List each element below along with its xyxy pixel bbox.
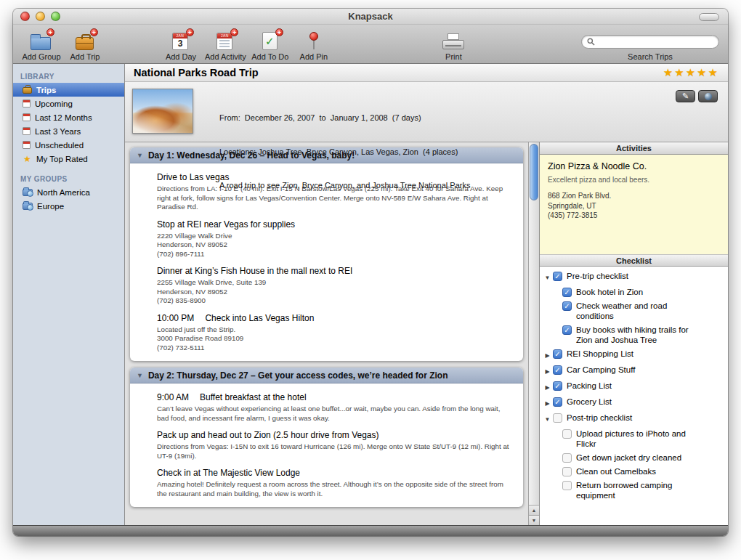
scrollbar-thumb[interactable] xyxy=(530,144,538,200)
disclosure-triangle-icon[interactable]: ▶ xyxy=(543,397,552,409)
activity-item[interactable]: Pack up and head out to Zion (2.5 hour d… xyxy=(157,430,510,460)
add-activity-button[interactable]: JAN Add Activity xyxy=(205,30,246,61)
day-body: 9:00 AMBuffet breakfast at the hotel Can… xyxy=(130,384,523,507)
checkbox[interactable] xyxy=(562,429,572,439)
add-day-button[interactable]: JAN3 Add Day xyxy=(161,30,201,61)
activity-item[interactable]: Dinner at King’s Fish House in the mall … xyxy=(157,266,510,306)
sidebar-item-last-3-years[interactable]: Last 3 Years xyxy=(13,124,124,138)
map-pin-icon xyxy=(301,30,327,52)
zoom-button[interactable] xyxy=(51,12,60,21)
disclosure-triangle-icon[interactable]: ▶ xyxy=(543,349,552,361)
sidebar-item-label: Unscheduled xyxy=(35,141,84,150)
window-controls xyxy=(20,12,60,21)
checkbox[interactable]: ✓ xyxy=(562,325,572,335)
checklist-item: ✓ Buy books with hiking trails for Zion … xyxy=(543,325,724,345)
checklist-group: ▶ ✓ Grocery List xyxy=(543,397,724,409)
search-input[interactable] xyxy=(599,38,713,46)
sidebar-item-north-america[interactable]: North America xyxy=(13,185,124,199)
activity-time: 10:00 PM xyxy=(157,313,194,323)
day-header[interactable]: ▼ Day 2: Thursday, Dec 27 – Get your acc… xyxy=(130,368,523,384)
sidebar-item-upcoming[interactable]: Upcoming xyxy=(13,97,124,110)
checkbox[interactable]: ✓ xyxy=(562,301,572,311)
checkbox[interactable] xyxy=(562,467,572,476)
checklist-label: Get down jacket dry cleaned xyxy=(576,453,681,463)
scroll-up-button[interactable]: ▲ xyxy=(529,505,539,515)
itinerary-scrollbar[interactable]: ▲ ▼ xyxy=(528,142,539,525)
print-label: Print xyxy=(445,52,462,61)
library-header: LIBRARY xyxy=(13,70,124,83)
activity-note: Directions from Vegas: I-15N to exit 16 … xyxy=(157,442,510,460)
scrollbar-arrows: ▲ ▼ xyxy=(529,505,539,525)
checklist-label: REI Shopping List xyxy=(567,349,633,359)
scroll-down-button[interactable]: ▼ xyxy=(529,515,539,525)
add-pin-button[interactable]: Add Pin xyxy=(294,30,333,61)
checkbox[interactable]: ✓ xyxy=(553,349,562,359)
activity-place-name[interactable]: Zion Pizza & Noodle Co. xyxy=(548,161,720,171)
checkbox[interactable] xyxy=(562,453,572,463)
activities-panel: Zion Pizza & Noodle Co. Excellent pizza … xyxy=(540,155,728,254)
map-view-button[interactable] xyxy=(698,90,718,102)
add-trip-button[interactable]: Add Trip xyxy=(65,30,105,61)
checklist-label: Book hotel in Zion xyxy=(576,287,643,297)
calendar-icon xyxy=(23,113,31,121)
activity-note: Can’t leave Vegas without experiencing a… xyxy=(157,405,510,423)
activity-title: 9:00 AMBuffet breakfast at the hotel xyxy=(157,392,510,402)
search-area: Search Trips xyxy=(581,35,719,61)
checkbox[interactable] xyxy=(562,481,572,490)
print-button[interactable]: Print xyxy=(434,30,473,61)
activity-item[interactable]: Stop at REI near Vegas for supplies 2220… xyxy=(157,219,510,259)
disclosure-triangle-icon[interactable]: ▶ xyxy=(543,365,552,377)
desktop: Knapsack Add Group Add Trip JAN3 Add Day xyxy=(0,0,741,560)
title-bar[interactable]: Knapsack xyxy=(13,9,728,25)
activity-note: 2220 Village Walk Drive Henderson, NV 89… xyxy=(157,232,510,259)
suitcase-icon xyxy=(72,30,98,52)
disclosure-triangle-icon[interactable]: ▼ xyxy=(543,271,552,283)
checkbox[interactable]: ✓ xyxy=(553,272,562,281)
group-folder-icon xyxy=(23,203,33,210)
activity-place-address: 868 Zion Park Blvd. xyxy=(548,191,720,201)
add-todo-button[interactable]: ✓ Add To Do xyxy=(251,30,290,61)
disclosure-triangle-icon[interactable]: ▼ xyxy=(543,413,552,425)
trip-description: A road trip to see Zion, Bryce Canyon, a… xyxy=(219,180,470,192)
disclosure-triangle-icon[interactable]: ▶ xyxy=(543,381,552,393)
close-button[interactable] xyxy=(20,12,30,21)
checklist-item: Return borrowed camping equipment xyxy=(543,480,724,500)
search-field[interactable] xyxy=(581,35,719,49)
checklist-item: Clean out Camelbaks xyxy=(543,466,724,476)
checkbox[interactable]: ✓ xyxy=(562,288,572,297)
right-panel: Activities Zion Pizza & Noodle Co. Excel… xyxy=(539,142,728,525)
sidebar-item-my-top-rated[interactable]: ★ My Top Rated xyxy=(13,152,124,166)
sidebar-item-last-12-months[interactable]: Last 12 Months xyxy=(13,110,124,124)
checklist-label: Return borrowed camping equipment xyxy=(576,480,705,500)
rating-stars[interactable]: ★★★★★ xyxy=(663,66,719,79)
activity-item[interactable]: 10:00 PMCheck into Las Vegas Hilton Loca… xyxy=(157,313,510,353)
add-group-button[interactable]: Add Group xyxy=(22,30,61,61)
checkbox[interactable]: ✓ xyxy=(553,365,562,375)
toolbar-toggle-button[interactable] xyxy=(699,13,719,21)
trip-info-bar: From: December 26, 2007 to January 1, 20… xyxy=(125,82,728,142)
my-groups-header: MY GROUPS xyxy=(13,173,124,185)
sidebar-item-trips[interactable]: Trips xyxy=(13,83,124,97)
disclosure-triangle-icon[interactable]: ▼ xyxy=(137,152,143,159)
add-activity-label: Add Activity xyxy=(205,52,246,61)
minimize-button[interactable] xyxy=(36,12,45,21)
sidebar-item-label: My Top Rated xyxy=(36,155,88,163)
checkbox[interactable]: ✓ xyxy=(553,397,562,407)
calendar-icon xyxy=(23,141,31,149)
status-bar xyxy=(13,525,728,536)
edit-trip-button[interactable]: ✎ xyxy=(676,90,695,102)
activity-item[interactable]: Check in at The Majestic View Lodge Amaz… xyxy=(157,468,510,498)
checklist-label: Pre-trip checklist xyxy=(567,271,628,281)
sidebar-item-unscheduled[interactable]: Unscheduled xyxy=(13,138,124,152)
trip-photo xyxy=(132,89,193,134)
plus-badge-icon xyxy=(230,28,238,36)
checkbox[interactable] xyxy=(553,413,562,423)
pencil-icon: ✎ xyxy=(682,92,689,101)
checkbox[interactable]: ✓ xyxy=(553,381,562,391)
activity-title: Pack up and head out to Zion (2.5 hour d… xyxy=(157,430,510,440)
star-icon: ★ xyxy=(23,155,32,163)
activity-item[interactable]: 9:00 AMBuffet breakfast at the hotel Can… xyxy=(157,392,510,423)
disclosure-triangle-icon[interactable]: ▼ xyxy=(137,372,143,379)
sidebar-item-label: Trips xyxy=(36,86,56,94)
sidebar-item-europe[interactable]: Europe xyxy=(13,199,124,213)
